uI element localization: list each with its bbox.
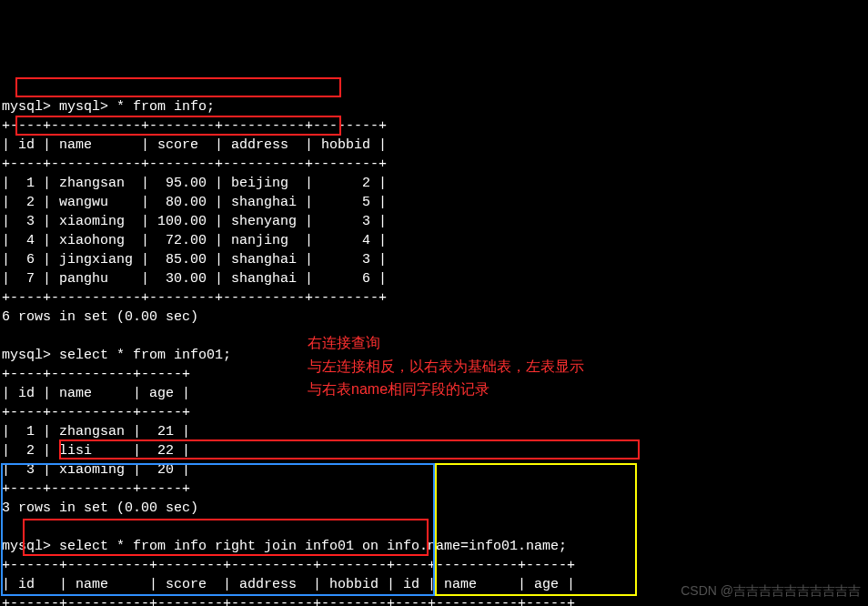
join-border-mid: +------+----------+--------+----------+-… xyxy=(2,596,575,606)
info-border-bot: +----+-----------+--------+----------+--… xyxy=(2,290,387,306)
info01-row-3: | 3 | xiaoming | 20 | xyxy=(2,462,190,478)
info-row-5: | 6 | jingxiang | 85.00 | shanghai | 3 | xyxy=(2,252,387,268)
info-border-mid: +----+-----------+--------+----------+--… xyxy=(2,157,387,172)
info-border-top: +----+-----------+--------+----------+--… xyxy=(2,118,387,134)
mysql-prompt-3-prefix: mysql> xyxy=(2,539,59,554)
mysql-query-3: select * from info right join info01 on … xyxy=(59,539,567,554)
csdn-watermark: CSDN @吉吉吉吉吉吉吉吉吉吉 xyxy=(681,582,861,601)
info-header: | id | name | score | address | hobbid | xyxy=(2,137,387,153)
mysql-prompt-2: mysql> select * from info01; xyxy=(2,348,231,363)
info-row-4: | 4 | xiaohong | 72.00 | nanjing | 4 | xyxy=(2,233,387,248)
annotation-right-join: 右连接查询 与左连接相反，以右表为基础表，左表显示 与右表name相同字段的记录 xyxy=(308,331,584,401)
join-header: | id | name | score | address | hobbid |… xyxy=(2,577,575,592)
info-footer: 6 rows in set (0.00 sec) xyxy=(2,309,198,325)
info01-border-mid: +----+----------+-----+ xyxy=(2,405,190,420)
info01-border-bot: +----+----------+-----+ xyxy=(2,481,190,497)
info-row-3: | 3 | xiaoming | 100.00 | shenyang | 3 | xyxy=(2,214,387,229)
info-row-2: | 2 | wangwu | 80.00 | shanghai | 5 | xyxy=(2,195,387,210)
annotation-line-2: 与左连接相反，以右表为基础表，左表显示 xyxy=(308,359,584,374)
mysql-prompt-1: mysql> mysql> * from info; xyxy=(2,99,215,115)
info01-row-2: | 2 | lisi | 22 | xyxy=(2,443,190,459)
annotation-line-1: 右连接查询 xyxy=(308,335,380,350)
info01-row-1: | 1 | zhangsan | 21 | xyxy=(2,424,190,439)
annotation-line-3: 与右表name相同字段的记录 xyxy=(308,381,490,397)
info01-border-top: +----+----------+-----+ xyxy=(2,367,190,382)
info-row-1: | 1 | zhangsan | 95.00 | beijing | 2 | xyxy=(2,176,387,191)
info-row-6: | 7 | panghu | 30.00 | shanghai | 6 | xyxy=(2,271,387,287)
join-border-top: +------+----------+--------+----------+-… xyxy=(2,558,575,573)
info01-footer: 3 rows in set (0.00 sec) xyxy=(2,500,198,516)
info01-header: | id | name | age | xyxy=(2,386,190,401)
